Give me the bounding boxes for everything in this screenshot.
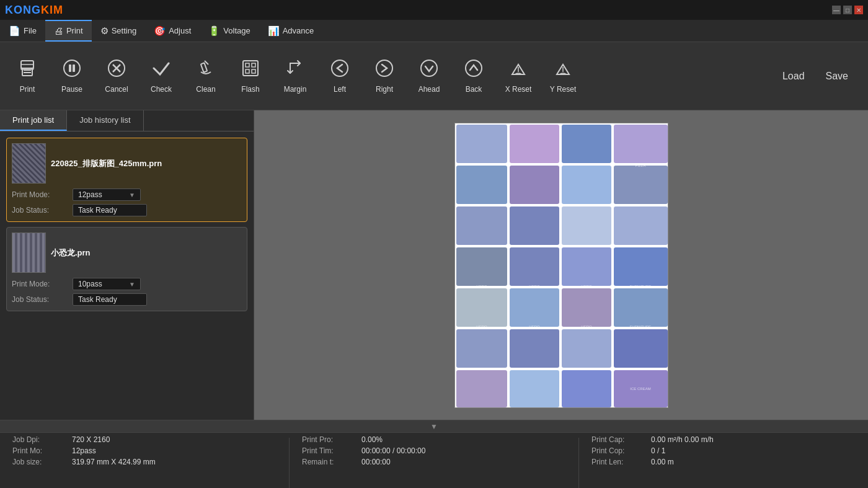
center-panel: HERO HERO HERO FURNITURE HERO HERO HERO …: [254, 110, 868, 420]
status-divider-2: [578, 438, 579, 488]
svg-text:PIZZA: PIZZA: [635, 164, 645, 167]
x-reset-icon: [508, 58, 528, 82]
save-button[interactable]: Save: [818, 67, 856, 86]
job2-mode-row: Print Mode: 10pass ▼: [12, 278, 242, 290]
menu-setting[interactable]: ⚙ Setting: [92, 20, 145, 42]
margin-icon: [285, 58, 305, 82]
svg-rect-15: [252, 63, 255, 67]
title-bar-controls[interactable]: — □ ✕: [832, 6, 863, 14]
svg-rect-31: [562, 166, 611, 204]
minimize-button[interactable]: —: [832, 6, 841, 14]
menu-file[interactable]: 📄 File: [0, 20, 45, 42]
menu-voltage[interactable]: 🔋 Voltage: [200, 20, 259, 42]
pause-button[interactable]: Pause: [51, 48, 93, 104]
svg-rect-44: [614, 288, 668, 327]
job2-thumbnail: [12, 233, 46, 273]
status-print-capacity-key: Print Cap:: [591, 435, 647, 444]
svg-rect-50: [510, 370, 559, 407]
status-print-time-val: 00:00:00 / 00:00:00: [361, 446, 425, 455]
job1-thumbnail: [12, 143, 46, 184]
status-row: Job Dpi: 720 X 2160 Print Mo: 12pass Job…: [0, 433, 868, 488]
status-print-copies-key: Print Cop:: [591, 446, 647, 455]
ahead-button[interactable]: Ahead: [408, 48, 450, 104]
job1-mode-label: Print Mode:: [12, 190, 68, 199]
svg-text:HERO: HERO: [581, 325, 592, 329]
main-content: Print job list Job history list 220825_排…: [0, 110, 868, 420]
pause-button-label: Pause: [61, 85, 82, 94]
tab-history[interactable]: Job history list: [67, 110, 143, 131]
cancel-icon: [107, 58, 126, 82]
svg-rect-36: [614, 206, 668, 245]
job1-thumb-pattern: [12, 144, 45, 183]
maximize-button[interactable]: □: [843, 6, 852, 14]
job1-mode-value[interactable]: 12pass ▼: [73, 189, 141, 201]
status-print-length: Print Len: 0.00 m: [591, 458, 856, 466]
status-print-mode-val: 12pass: [72, 446, 96, 455]
flash-button[interactable]: Flash: [229, 48, 272, 104]
menu-advance[interactable]: 📊 Advance: [259, 20, 323, 42]
menu-advance-label: Advance: [283, 26, 314, 35]
status-job-size: Job size: 319.97 mm X 424.99 mm: [12, 458, 277, 466]
svg-text:HERO: HERO: [476, 325, 487, 329]
back-button[interactable]: Back: [453, 48, 495, 104]
preview-svg: HERO HERO HERO FURNITURE HERO HERO HERO …: [455, 123, 668, 408]
tab-print-job[interactable]: Print job list: [0, 110, 67, 131]
status-print-mode: Print Mo: 12pass: [12, 446, 277, 455]
right-button[interactable]: Right: [363, 48, 405, 104]
svg-rect-45: [456, 329, 507, 368]
menu-adjust[interactable]: 🎯 Adjust: [145, 20, 200, 42]
status-remain-time: Remain t: 00:00:00: [302, 458, 566, 466]
cancel-button[interactable]: Cancel: [95, 48, 138, 104]
x-reset-button[interactable]: X Reset: [497, 48, 539, 104]
job-list: 220825_排版新图_425mm.prn Print Mode: 12pass…: [0, 131, 254, 420]
print-button[interactable]: Print: [6, 48, 48, 104]
close-button[interactable]: ✕: [854, 6, 863, 14]
left-button-label: Left: [334, 85, 346, 94]
svg-rect-39: [562, 247, 611, 286]
svg-rect-29: [456, 166, 507, 204]
left-button[interactable]: Left: [319, 48, 361, 104]
scroll-indicator[interactable]: ▼: [0, 420, 868, 432]
job2-status-label: Job Status:: [12, 295, 68, 304]
status-job-dpi: Job Dpi: 720 X 2160: [12, 435, 277, 444]
load-button[interactable]: Load: [775, 67, 812, 86]
svg-rect-17: [252, 69, 255, 73]
status-job-size-key: Job size:: [12, 458, 68, 466]
job1-mode-dropdown: ▼: [129, 192, 135, 198]
menu-print-label: Print: [66, 26, 83, 35]
margin-button[interactable]: Margin: [274, 48, 316, 104]
status-print-capacity-val: 0.00 m²/h 0.00 m/h: [651, 435, 714, 444]
status-print-copies: Print Cop: 0 / 1: [591, 446, 856, 455]
title-bar: KONGKIM — □ ✕: [0, 0, 868, 20]
adjust-icon: 🎯: [154, 25, 166, 37]
check-button[interactable]: Check: [140, 48, 182, 104]
job-item-1[interactable]: 220825_排版新图_425mm.prn Print Mode: 12pass…: [6, 138, 247, 222]
tab-bar: Print job list Job history list: [0, 110, 254, 131]
svg-rect-41: [456, 288, 507, 327]
menu-print[interactable]: 🖨 Print: [45, 20, 92, 42]
svg-text:HERO: HERO: [529, 285, 540, 288]
app-logo: KONGKIM: [5, 4, 63, 17]
setting-icon: ⚙: [100, 25, 108, 37]
check-icon: [151, 58, 171, 82]
svg-rect-34: [510, 206, 559, 245]
job1-fields: Print Mode: 12pass ▼ Job Status: Task Re…: [12, 189, 242, 216]
status-bar: Job Dpi: 720 X 2160 Print Mo: 12pass Job…: [0, 432, 868, 488]
status-print-mode-key: Print Mo:: [12, 446, 68, 455]
svg-rect-51: [562, 370, 611, 407]
y-reset-button[interactable]: Y Reset: [542, 48, 584, 104]
job2-mode-value[interactable]: 10pass ▼: [73, 278, 141, 290]
check-button-label: Check: [151, 85, 172, 94]
clean-button[interactable]: Clean: [185, 48, 227, 104]
margin-button-label: Margin: [284, 85, 307, 94]
svg-rect-42: [510, 288, 559, 327]
status-col-2: Print Pro: 0.00% Print Tim: 00:00:00 / 0…: [302, 435, 566, 488]
toolbar: Print Pause Cancel Check Clean Flash M: [0, 42, 868, 110]
preview-area: HERO HERO HERO FURNITURE HERO HERO HERO …: [254, 110, 868, 420]
job-item-2[interactable]: 小恐龙.prn Print Mode: 10pass ▼ Job Status:…: [6, 227, 247, 311]
right-icon: [374, 58, 394, 82]
svg-text:HERO: HERO: [529, 325, 540, 329]
svg-rect-46: [510, 329, 559, 368]
status-print-progress: Print Pro: 0.00%: [302, 435, 566, 444]
svg-text:ICE CREAM: ICE CREAM: [630, 387, 650, 391]
